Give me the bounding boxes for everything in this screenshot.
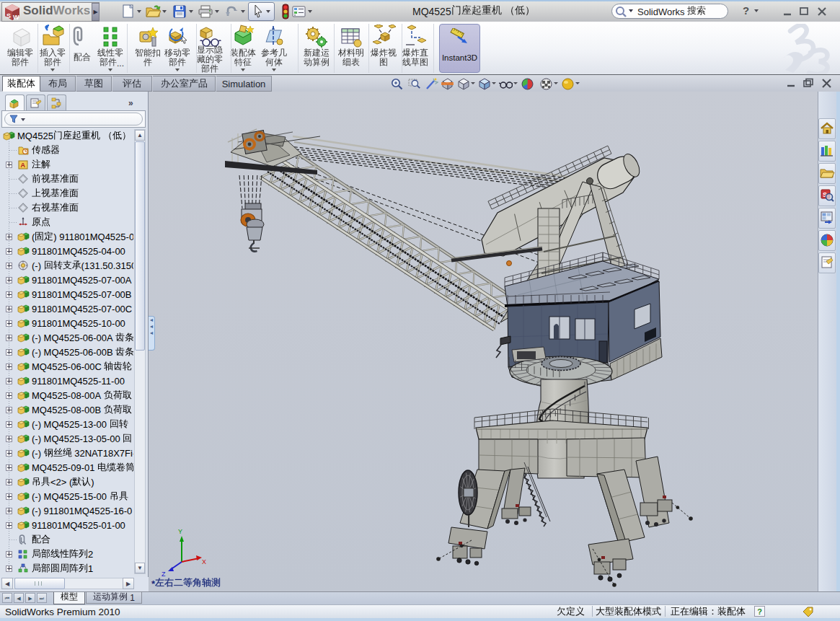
svg-text:Z: Z [162,571,166,578]
svg-text:W: W [13,14,19,21]
svg-text:A: A [21,162,26,169]
svg-text:Y: Y [178,528,182,535]
svg-text:X: X [202,558,206,565]
svg-text:S: S [6,12,11,19]
